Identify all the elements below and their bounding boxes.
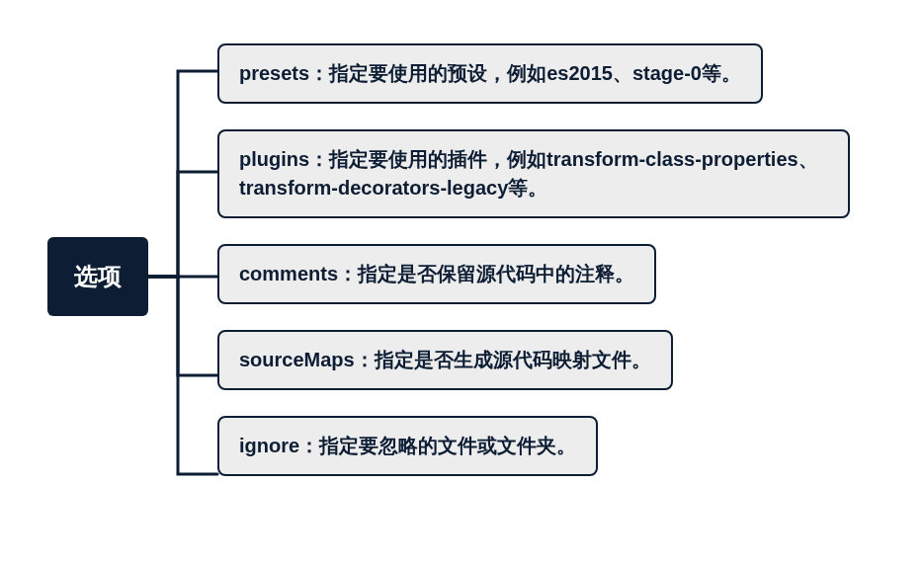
child-text: sourceMaps：指定是否生成源代码映射文件。 xyxy=(239,349,651,370)
child-text: ignore：指定要忽略的文件或文件夹。 xyxy=(239,435,576,456)
child-text: comments：指定是否保留源代码中的注释。 xyxy=(239,263,634,284)
child-node-sourcemaps: sourceMaps：指定是否生成源代码映射文件。 xyxy=(217,330,673,390)
child-text: presets：指定要使用的预设，例如es2015、stage-0等。 xyxy=(239,62,741,84)
child-node-plugins: plugins：指定要使用的插件，例如transform-class-prope… xyxy=(217,129,850,218)
child-text: plugins：指定要使用的插件，例如transform-class-prope… xyxy=(239,148,818,199)
child-node-comments: comments：指定是否保留源代码中的注释。 xyxy=(217,244,656,304)
root-label: 选项 xyxy=(74,261,122,292)
children-container: presets：指定要使用的预设，例如es2015、stage-0等。 plug… xyxy=(217,43,850,476)
root-node: 选项 xyxy=(47,237,148,316)
child-node-presets: presets：指定要使用的预设，例如es2015、stage-0等。 xyxy=(217,43,763,104)
child-node-ignore: ignore：指定要忽略的文件或文件夹。 xyxy=(217,416,598,476)
